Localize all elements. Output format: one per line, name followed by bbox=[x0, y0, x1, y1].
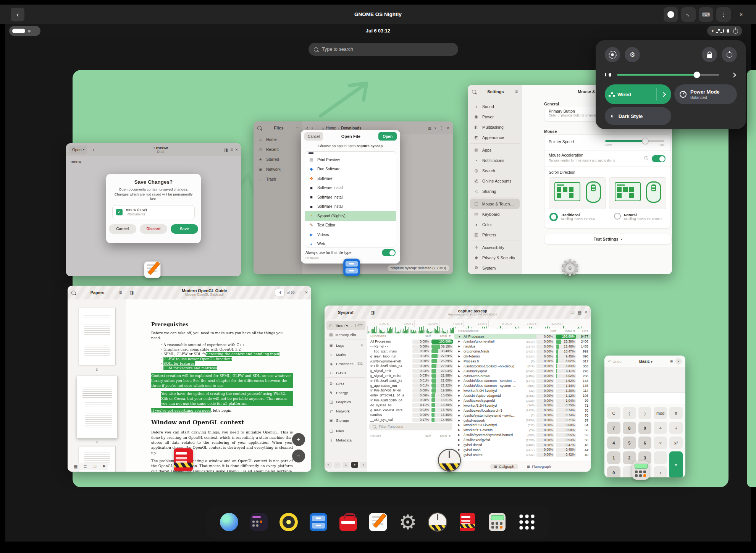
close-icon[interactable]: × bbox=[305, 290, 308, 295]
descendant-row[interactable]: ▶ /usr/lib/polkit-1/polkitd --no-debug (… bbox=[454, 364, 591, 369]
expander-icon[interactable]: ▶ bbox=[458, 394, 462, 397]
expander-icon[interactable]: ▶ bbox=[458, 428, 462, 432]
settings-sidebar-item[interactable]: ◉ Power bbox=[470, 112, 520, 122]
app-choice-row[interactable]: ■ Software Install bbox=[305, 183, 396, 193]
descendant-row[interactable]: ▶ org.gnome.Nauti (2427) 0.00% 10.47% 99… bbox=[454, 349, 591, 354]
tab-flamegraph[interactable]: ▩Flamegraph bbox=[523, 464, 555, 469]
sysprof-sidebar-item[interactable]: ▣ Storage bbox=[326, 416, 365, 425]
callers-col[interactable]: Callers bbox=[370, 434, 414, 438]
close-icon[interactable]: × bbox=[585, 310, 587, 315]
annotations-icon[interactable]: ❑ bbox=[93, 464, 97, 469]
expander-icon[interactable]: ▶ bbox=[458, 404, 462, 407]
settings-sidebar-item[interactable]: @ Online Accounts bbox=[470, 176, 520, 186]
expander-icon[interactable]: ▶ bbox=[458, 379, 462, 382]
sysprof-window[interactable]: Sysprof ◨ capture.syscap Recording at 03… bbox=[325, 306, 591, 472]
settings-sidebar-item[interactable]: ◎ Search bbox=[470, 165, 520, 176]
function-row[interactable]: In File /usr/lib/x86_64 0.00% 16.51% bbox=[367, 398, 454, 403]
function-row[interactable]: /usr/bin/gnome-shell 0.00% 25.39% bbox=[367, 359, 454, 364]
document-row[interactable]: ✓ meow (new) ~/Documents bbox=[112, 205, 195, 219]
callers-total-col[interactable]: Total ▼ bbox=[432, 434, 451, 438]
vm-menu-button[interactable]: ⋮ bbox=[716, 7, 731, 22]
zoom-out-button[interactable]: − bbox=[292, 450, 305, 462]
dock-item-software[interactable] bbox=[337, 511, 360, 534]
mouse-accel-toggle[interactable] bbox=[652, 155, 666, 162]
natural-radio-row[interactable]: Natural Scrolling moves the content bbox=[614, 213, 662, 221]
traditional-radio-row[interactable]: Traditional Scrolling moves the view bbox=[549, 213, 595, 221]
settings-sidebar-item[interactable]: ◁ Sharing bbox=[470, 186, 520, 197]
descendant-row[interactable]: ▶ /usr/libexec/gvfsd (1390) 0.00% 0.53% … bbox=[454, 438, 591, 443]
expander-icon[interactable]: ▶ bbox=[458, 443, 462, 446]
radio-unselected-icon[interactable] bbox=[614, 213, 621, 220]
calc-key[interactable]: ÷ bbox=[654, 422, 667, 434]
expander-icon[interactable]: ▶ bbox=[458, 419, 462, 422]
menu-icon[interactable]: ≡ bbox=[515, 89, 518, 94]
settings-sidebar-item[interactable]: ▢ Mouse & Touchpad bbox=[470, 199, 520, 209]
descendant-row[interactable]: ▶ /usr/libexec/localsearch-3 (1428) 0.00… bbox=[454, 408, 591, 413]
descendant-row[interactable]: ▼ All Processes 0.00% 100.00% 9477 bbox=[454, 334, 591, 339]
descendant-row[interactable]: ▶ /usr/lib/systemd/systemd --switched-ro… bbox=[454, 413, 591, 418]
settings-sidebar-item[interactable]: ◩ Appearance bbox=[470, 132, 520, 144]
function-row[interactable]: g_application_run 0.01% 21.22% bbox=[367, 383, 454, 388]
zoom-in-button[interactable]: + bbox=[292, 433, 305, 446]
expander-icon[interactable]: ▶ bbox=[458, 365, 462, 368]
dock-item-files[interactable] bbox=[307, 511, 330, 534]
descendant-row[interactable]: ▶ kworker/4:0H-kverityd (32) 0.00% 1.20%… bbox=[454, 388, 591, 393]
calc-key[interactable]: 7 bbox=[607, 422, 620, 434]
descendant-row[interactable]: ▶ kworker/1:1-events (74) 0.00% 0.58% 55 bbox=[454, 428, 591, 433]
jump-start-icon[interactable]: « bbox=[325, 462, 332, 468]
descendant-row[interactable]: ▶ nautilus (2370) 0.00% 15.46% 1465 bbox=[454, 344, 591, 349]
settings-sidebar-item[interactable]: ▤ Keyboard bbox=[470, 209, 520, 219]
list-view-icon[interactable]: ▤ bbox=[578, 310, 582, 315]
descendant-row[interactable]: ▶ gvfsd-smb-brows (2454) 0.00% 3.02% 286 bbox=[454, 374, 591, 378]
settings-sidebar-item[interactable]: ▥ Printers bbox=[470, 230, 520, 241]
search-input[interactable]: Type to search bbox=[309, 43, 458, 56]
expander-icon[interactable]: ▶ bbox=[458, 375, 462, 378]
discard-button[interactable]: Discard bbox=[140, 224, 167, 234]
descendant-row[interactable]: ▶ gvfsd-recent (2431) 0.00% 0.42% 40 bbox=[454, 452, 591, 457]
descendants-col[interactable]: Descendants bbox=[458, 329, 539, 333]
app-choice-row[interactable]: ▶ Videos bbox=[305, 230, 396, 239]
kebab-icon[interactable]: ⋮ bbox=[298, 290, 302, 295]
calc-key[interactable]: mod bbox=[654, 407, 667, 419]
power-mode-button[interactable]: Power Mode Balanced bbox=[674, 84, 737, 104]
calc-key[interactable]: 4 bbox=[607, 437, 620, 449]
calc-key[interactable]: ) bbox=[638, 407, 652, 419]
descendant-row[interactable]: ▶ gvfsd-dnssd (2482) 0.00% 0.47% 45 bbox=[454, 443, 591, 448]
outline-view-icon[interactable]: ≣ bbox=[83, 464, 87, 469]
checkbox-checked-icon[interactable]: ✓ bbox=[116, 209, 123, 215]
calc-key[interactable]: + bbox=[654, 466, 667, 477]
expander-icon[interactable]: ▶ bbox=[458, 370, 462, 373]
descendant-row[interactable]: ▶ kworker/5:2H-kverityd (369) 0.00% 0.75… bbox=[454, 403, 591, 408]
calc-key[interactable]: √ bbox=[669, 422, 683, 434]
jump-end-icon[interactable]: » bbox=[360, 462, 367, 468]
descendant-row[interactable]: ▶ /usr/bin/dbus-daemon --system --addres… bbox=[454, 383, 591, 388]
app-choice-row[interactable]: ✎ Text Editor bbox=[305, 221, 396, 230]
function-row[interactable]: In File /usr/lib/x86_64 0.01% 21.80% bbox=[367, 378, 454, 383]
settings-sidebar-item[interactable]: ✛ Accessibility bbox=[470, 242, 520, 252]
settings-sidebar-item[interactable]: ♪ Sound bbox=[470, 101, 520, 112]
show-apps-button[interactable] bbox=[515, 511, 538, 534]
app-choice-row[interactable]: ■ Software Install bbox=[305, 192, 396, 202]
test-settings-button[interactable]: Test Settings › bbox=[544, 234, 672, 244]
calc-key[interactable]: 6 bbox=[638, 437, 652, 449]
traditional-illustration[interactable] bbox=[549, 177, 606, 209]
screenshot-button[interactable] bbox=[605, 47, 620, 62]
app-choice-row[interactable]: ◆ Run Software bbox=[305, 165, 396, 174]
pointer-speed-slider[interactable] bbox=[605, 140, 664, 142]
zoom-in-icon[interactable]: + bbox=[351, 462, 358, 468]
descendant-row[interactable]: ▶ /usr/bin/gnome-shell (1610) 0.00% 25.3… bbox=[454, 339, 591, 344]
sysprof-sidebar-item[interactable]: ▣ Logs 9 bbox=[326, 341, 365, 350]
function-row[interactable]: - - Kernel - - 0.00% 39.15% bbox=[367, 344, 454, 349]
next-workspace-preview[interactable] bbox=[747, 70, 756, 487]
tab-callgraph[interactable]: ▦Callgraph bbox=[490, 464, 518, 469]
wired-button[interactable]: Wired bbox=[605, 84, 671, 104]
calc-key[interactable]: 8 bbox=[623, 422, 636, 434]
function-row[interactable]: All Processes 0.00% 100.00% bbox=[367, 339, 454, 344]
functions-col[interactable]: Functions bbox=[370, 334, 414, 338]
calc-key[interactable]: 0 bbox=[607, 466, 620, 477]
settings-sidebar-item[interactable]: ◔ Notifications bbox=[470, 155, 520, 165]
save-button[interactable]: Save bbox=[171, 224, 198, 234]
thumbnails-view-icon[interactable]: ▦ bbox=[74, 464, 78, 469]
volume-expand-chevron[interactable] bbox=[731, 73, 736, 78]
sysprof-sidebar-item[interactable]: ⚙ CPU bbox=[326, 379, 365, 388]
